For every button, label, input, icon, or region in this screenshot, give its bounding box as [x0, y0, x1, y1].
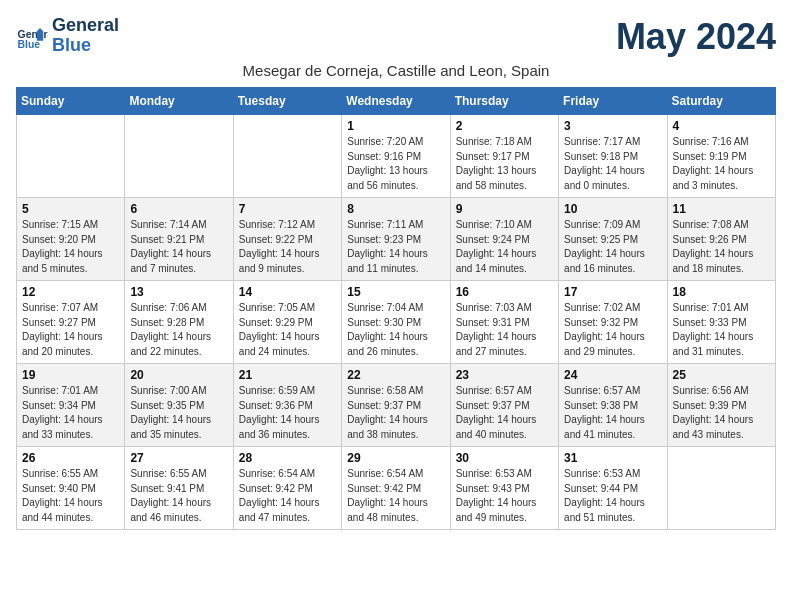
calendar-cell: 7Sunrise: 7:12 AMSunset: 9:22 PMDaylight…	[233, 198, 341, 281]
day-info: Sunrise: 7:16 AMSunset: 9:19 PMDaylight:…	[673, 135, 770, 193]
day-number: 25	[673, 368, 770, 382]
calendar-cell: 10Sunrise: 7:09 AMSunset: 9:25 PMDayligh…	[559, 198, 667, 281]
calendar-cell: 25Sunrise: 6:56 AMSunset: 9:39 PMDayligh…	[667, 364, 775, 447]
calendar-cell: 13Sunrise: 7:06 AMSunset: 9:28 PMDayligh…	[125, 281, 233, 364]
week-row-2: 5Sunrise: 7:15 AMSunset: 9:20 PMDaylight…	[17, 198, 776, 281]
day-info: Sunrise: 7:10 AMSunset: 9:24 PMDaylight:…	[456, 218, 553, 276]
day-info: Sunrise: 7:08 AMSunset: 9:26 PMDaylight:…	[673, 218, 770, 276]
day-info: Sunrise: 7:14 AMSunset: 9:21 PMDaylight:…	[130, 218, 227, 276]
day-number: 11	[673, 202, 770, 216]
calendar-cell: 31Sunrise: 6:53 AMSunset: 9:44 PMDayligh…	[559, 447, 667, 530]
day-number: 17	[564, 285, 661, 299]
day-number: 2	[456, 119, 553, 133]
day-info: Sunrise: 6:57 AMSunset: 9:38 PMDaylight:…	[564, 384, 661, 442]
column-header-sunday: Sunday	[17, 88, 125, 115]
day-number: 5	[22, 202, 119, 216]
column-header-tuesday: Tuesday	[233, 88, 341, 115]
column-header-saturday: Saturday	[667, 88, 775, 115]
day-info: Sunrise: 7:00 AMSunset: 9:35 PMDaylight:…	[130, 384, 227, 442]
logo-line1: General	[52, 16, 119, 36]
week-row-5: 26Sunrise: 6:55 AMSunset: 9:40 PMDayligh…	[17, 447, 776, 530]
day-info: Sunrise: 7:01 AMSunset: 9:34 PMDaylight:…	[22, 384, 119, 442]
day-number: 23	[456, 368, 553, 382]
calendar-cell: 17Sunrise: 7:02 AMSunset: 9:32 PMDayligh…	[559, 281, 667, 364]
calendar-cell: 6Sunrise: 7:14 AMSunset: 9:21 PMDaylight…	[125, 198, 233, 281]
calendar-header-row: SundayMondayTuesdayWednesdayThursdayFrid…	[17, 88, 776, 115]
calendar-cell: 3Sunrise: 7:17 AMSunset: 9:18 PMDaylight…	[559, 115, 667, 198]
day-info: Sunrise: 7:17 AMSunset: 9:18 PMDaylight:…	[564, 135, 661, 193]
svg-text:General: General	[18, 28, 48, 39]
calendar-cell: 29Sunrise: 6:54 AMSunset: 9:42 PMDayligh…	[342, 447, 450, 530]
day-info: Sunrise: 7:07 AMSunset: 9:27 PMDaylight:…	[22, 301, 119, 359]
calendar-cell: 18Sunrise: 7:01 AMSunset: 9:33 PMDayligh…	[667, 281, 775, 364]
day-info: Sunrise: 6:58 AMSunset: 9:37 PMDaylight:…	[347, 384, 444, 442]
calendar-cell: 23Sunrise: 6:57 AMSunset: 9:37 PMDayligh…	[450, 364, 558, 447]
day-number: 18	[673, 285, 770, 299]
month-title: May 2024	[616, 16, 776, 58]
day-info: Sunrise: 6:59 AMSunset: 9:36 PMDaylight:…	[239, 384, 336, 442]
day-number: 22	[347, 368, 444, 382]
day-number: 6	[130, 202, 227, 216]
day-number: 13	[130, 285, 227, 299]
day-info: Sunrise: 7:20 AMSunset: 9:16 PMDaylight:…	[347, 135, 444, 193]
calendar-cell	[667, 447, 775, 530]
day-number: 4	[673, 119, 770, 133]
calendar-cell	[125, 115, 233, 198]
day-number: 12	[22, 285, 119, 299]
logo: General Blue General Blue	[16, 16, 119, 56]
day-number: 16	[456, 285, 553, 299]
calendar-cell: 24Sunrise: 6:57 AMSunset: 9:38 PMDayligh…	[559, 364, 667, 447]
calendar-cell: 27Sunrise: 6:55 AMSunset: 9:41 PMDayligh…	[125, 447, 233, 530]
day-number: 1	[347, 119, 444, 133]
calendar-cell: 22Sunrise: 6:58 AMSunset: 9:37 PMDayligh…	[342, 364, 450, 447]
day-info: Sunrise: 7:03 AMSunset: 9:31 PMDaylight:…	[456, 301, 553, 359]
column-header-friday: Friday	[559, 88, 667, 115]
day-number: 15	[347, 285, 444, 299]
calendar-cell: 5Sunrise: 7:15 AMSunset: 9:20 PMDaylight…	[17, 198, 125, 281]
day-info: Sunrise: 6:53 AMSunset: 9:43 PMDaylight:…	[456, 467, 553, 525]
day-info: Sunrise: 6:54 AMSunset: 9:42 PMDaylight:…	[239, 467, 336, 525]
day-number: 28	[239, 451, 336, 465]
calendar-subtitle: Mesegar de Corneja, Castille and Leon, S…	[16, 62, 776, 79]
calendar-cell: 28Sunrise: 6:54 AMSunset: 9:42 PMDayligh…	[233, 447, 341, 530]
calendar-cell: 4Sunrise: 7:16 AMSunset: 9:19 PMDaylight…	[667, 115, 775, 198]
calendar-cell: 8Sunrise: 7:11 AMSunset: 9:23 PMDaylight…	[342, 198, 450, 281]
week-row-4: 19Sunrise: 7:01 AMSunset: 9:34 PMDayligh…	[17, 364, 776, 447]
calendar-cell: 14Sunrise: 7:05 AMSunset: 9:29 PMDayligh…	[233, 281, 341, 364]
day-info: Sunrise: 6:57 AMSunset: 9:37 PMDaylight:…	[456, 384, 553, 442]
day-number: 30	[456, 451, 553, 465]
day-number: 21	[239, 368, 336, 382]
day-info: Sunrise: 7:15 AMSunset: 9:20 PMDaylight:…	[22, 218, 119, 276]
day-number: 14	[239, 285, 336, 299]
column-header-thursday: Thursday	[450, 88, 558, 115]
calendar-cell: 11Sunrise: 7:08 AMSunset: 9:26 PMDayligh…	[667, 198, 775, 281]
calendar-cell: 15Sunrise: 7:04 AMSunset: 9:30 PMDayligh…	[342, 281, 450, 364]
day-number: 31	[564, 451, 661, 465]
calendar-cell: 16Sunrise: 7:03 AMSunset: 9:31 PMDayligh…	[450, 281, 558, 364]
day-info: Sunrise: 7:18 AMSunset: 9:17 PMDaylight:…	[456, 135, 553, 193]
day-info: Sunrise: 7:02 AMSunset: 9:32 PMDaylight:…	[564, 301, 661, 359]
day-info: Sunrise: 7:11 AMSunset: 9:23 PMDaylight:…	[347, 218, 444, 276]
day-info: Sunrise: 6:55 AMSunset: 9:40 PMDaylight:…	[22, 467, 119, 525]
day-info: Sunrise: 7:04 AMSunset: 9:30 PMDaylight:…	[347, 301, 444, 359]
day-info: Sunrise: 6:53 AMSunset: 9:44 PMDaylight:…	[564, 467, 661, 525]
week-row-3: 12Sunrise: 7:07 AMSunset: 9:27 PMDayligh…	[17, 281, 776, 364]
day-number: 26	[22, 451, 119, 465]
calendar-cell: 20Sunrise: 7:00 AMSunset: 9:35 PMDayligh…	[125, 364, 233, 447]
logo-icon: General Blue	[16, 20, 48, 52]
week-row-1: 1Sunrise: 7:20 AMSunset: 9:16 PMDaylight…	[17, 115, 776, 198]
calendar-cell: 21Sunrise: 6:59 AMSunset: 9:36 PMDayligh…	[233, 364, 341, 447]
day-number: 24	[564, 368, 661, 382]
day-number: 27	[130, 451, 227, 465]
column-header-wednesday: Wednesday	[342, 88, 450, 115]
calendar-cell: 12Sunrise: 7:07 AMSunset: 9:27 PMDayligh…	[17, 281, 125, 364]
calendar-cell: 1Sunrise: 7:20 AMSunset: 9:16 PMDaylight…	[342, 115, 450, 198]
day-info: Sunrise: 7:09 AMSunset: 9:25 PMDaylight:…	[564, 218, 661, 276]
day-info: Sunrise: 7:05 AMSunset: 9:29 PMDaylight:…	[239, 301, 336, 359]
day-info: Sunrise: 7:06 AMSunset: 9:28 PMDaylight:…	[130, 301, 227, 359]
calendar-cell: 2Sunrise: 7:18 AMSunset: 9:17 PMDaylight…	[450, 115, 558, 198]
day-number: 8	[347, 202, 444, 216]
day-number: 7	[239, 202, 336, 216]
day-number: 9	[456, 202, 553, 216]
day-info: Sunrise: 7:12 AMSunset: 9:22 PMDaylight:…	[239, 218, 336, 276]
